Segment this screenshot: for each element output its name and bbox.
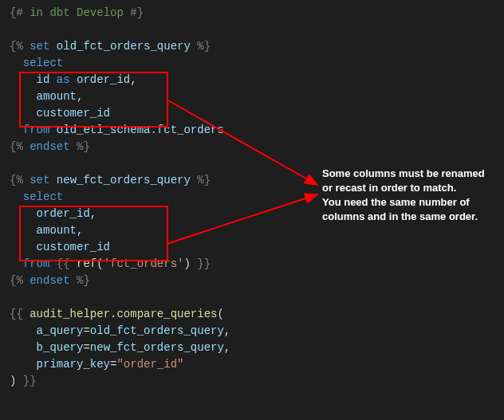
code-line: {% set old_fct_orders_query %} bbox=[10, 38, 494, 55]
code-line: ) }} bbox=[10, 373, 494, 390]
code-line: primary_key="order_id" bbox=[10, 356, 494, 373]
code-line: select bbox=[10, 55, 494, 72]
code-line: customer_id bbox=[10, 239, 494, 256]
code-line: customer_id bbox=[10, 105, 494, 122]
code-line: a_query=old_fct_orders_query, bbox=[10, 323, 494, 340]
code-line: id as order_id, bbox=[10, 72, 494, 88]
code-line: {% endset %} bbox=[10, 273, 494, 289]
code-line: from {{ ref('fct_orders') }} bbox=[10, 256, 494, 273]
code-line: b_query=new_fct_orders_query, bbox=[10, 340, 494, 356]
code-line: {% endset %} bbox=[10, 139, 494, 155]
code-line bbox=[10, 289, 494, 306]
code-line: {{ audit_helper.compare_queries( bbox=[10, 306, 494, 323]
code-line: amount, bbox=[10, 222, 494, 239]
code-line bbox=[10, 22, 494, 38]
annotation-text: Some columns must be renamed or recast i… bbox=[322, 167, 490, 224]
code-line: amount, bbox=[10, 88, 494, 105]
code-line: {# in dbt Develop #} bbox=[10, 5, 494, 22]
code-line: from old_etl_schema.fct_orders bbox=[10, 122, 494, 139]
